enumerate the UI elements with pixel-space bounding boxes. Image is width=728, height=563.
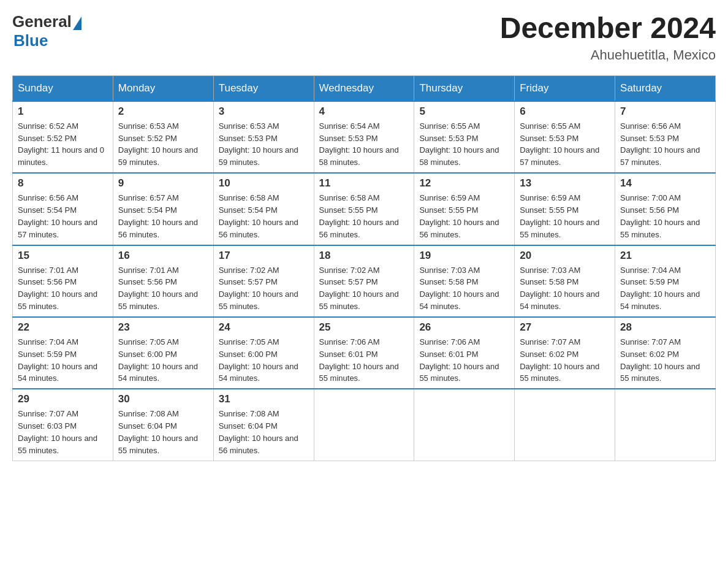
day-info: Sunrise: 7:02 AMSunset: 5:57 PMDaylight:… — [219, 266, 298, 312]
calendar-cell: 4 Sunrise: 6:54 AMSunset: 5:53 PMDayligh… — [314, 101, 414, 173]
day-number: 14 — [620, 177, 710, 190]
day-info: Sunrise: 6:53 AMSunset: 5:53 PMDaylight:… — [219, 121, 298, 167]
day-info: Sunrise: 7:07 AMSunset: 6:02 PMDaylight:… — [620, 337, 700, 383]
title-section: December 2024 Ahuehuetitla, Mexico — [500, 12, 716, 63]
logo: General Blue — [12, 12, 82, 50]
day-number: 3 — [219, 105, 309, 118]
calendar-cell — [314, 389, 414, 461]
calendar-cell: 11 Sunrise: 6:58 AMSunset: 5:55 PMDaylig… — [314, 173, 414, 245]
day-number: 16 — [118, 250, 208, 262]
day-number: 31 — [219, 393, 309, 405]
day-info: Sunrise: 7:06 AMSunset: 6:01 PMDaylight:… — [419, 337, 499, 383]
calendar-cell: 14 Sunrise: 7:00 AMSunset: 5:56 PMDaylig… — [615, 173, 716, 245]
calendar-cell: 8 Sunrise: 6:56 AMSunset: 5:54 PMDayligh… — [13, 173, 113, 245]
calendar-cell: 24 Sunrise: 7:05 AMSunset: 6:00 PMDaylig… — [213, 317, 314, 389]
day-info: Sunrise: 7:01 AMSunset: 5:56 PMDaylight:… — [18, 266, 97, 312]
calendar-cell: 31 Sunrise: 7:08 AMSunset: 6:04 PMDaylig… — [213, 389, 314, 461]
calendar-cell: 15 Sunrise: 7:01 AMSunset: 5:56 PMDaylig… — [13, 245, 113, 317]
month-title: December 2024 — [500, 12, 716, 45]
day-info: Sunrise: 7:04 AMSunset: 5:59 PMDaylight:… — [18, 337, 97, 383]
day-info: Sunrise: 7:06 AMSunset: 6:01 PMDaylight:… — [319, 337, 399, 383]
calendar-header-thursday: Thursday — [414, 75, 515, 101]
calendar-cell: 26 Sunrise: 7:06 AMSunset: 6:01 PMDaylig… — [414, 317, 515, 389]
day-number: 26 — [419, 321, 509, 334]
calendar-cell — [414, 389, 515, 461]
day-number: 17 — [219, 250, 309, 262]
day-info: Sunrise: 6:58 AMSunset: 5:54 PMDaylight:… — [219, 193, 298, 239]
day-info: Sunrise: 7:08 AMSunset: 6:04 PMDaylight:… — [219, 409, 298, 455]
day-number: 4 — [319, 105, 409, 118]
calendar-header-friday: Friday — [515, 75, 615, 101]
calendar-cell: 13 Sunrise: 6:59 AMSunset: 5:55 PMDaylig… — [515, 173, 615, 245]
day-number: 11 — [319, 177, 409, 190]
logo-content: General Blue — [12, 12, 82, 50]
day-info: Sunrise: 7:08 AMSunset: 6:04 PMDaylight:… — [118, 409, 198, 455]
location: Ahuehuetitla, Mexico — [500, 47, 716, 63]
day-number: 29 — [18, 393, 108, 405]
day-info: Sunrise: 7:03 AMSunset: 5:58 PMDaylight:… — [520, 266, 599, 312]
calendar-cell: 12 Sunrise: 6:59 AMSunset: 5:55 PMDaylig… — [414, 173, 515, 245]
logo-general: General — [12, 12, 72, 31]
day-info: Sunrise: 7:02 AMSunset: 5:57 PMDaylight:… — [319, 266, 399, 312]
day-number: 2 — [118, 105, 208, 118]
day-info: Sunrise: 7:00 AMSunset: 5:56 PMDaylight:… — [620, 193, 700, 239]
day-number: 24 — [219, 321, 309, 334]
logo-triangle-icon — [73, 17, 82, 30]
calendar-table: SundayMondayTuesdayWednesdayThursdayFrid… — [12, 75, 716, 461]
day-info: Sunrise: 7:03 AMSunset: 5:58 PMDaylight:… — [419, 266, 499, 312]
day-number: 1 — [18, 105, 108, 118]
calendar-cell: 6 Sunrise: 6:55 AMSunset: 5:53 PMDayligh… — [515, 101, 615, 173]
day-info: Sunrise: 6:55 AMSunset: 5:53 PMDaylight:… — [520, 121, 599, 167]
day-number: 23 — [118, 321, 208, 334]
day-number: 6 — [520, 105, 610, 118]
page-header: General Blue December 2024 Ahuehuetitla,… — [12, 12, 716, 63]
calendar-cell: 9 Sunrise: 6:57 AMSunset: 5:54 PMDayligh… — [113, 173, 213, 245]
calendar-cell: 5 Sunrise: 6:55 AMSunset: 5:53 PMDayligh… — [414, 101, 515, 173]
calendar-cell: 1 Sunrise: 6:52 AMSunset: 5:52 PMDayligh… — [13, 101, 113, 173]
day-info: Sunrise: 6:55 AMSunset: 5:53 PMDaylight:… — [419, 121, 499, 167]
calendar-cell: 27 Sunrise: 7:07 AMSunset: 6:02 PMDaylig… — [515, 317, 615, 389]
day-info: Sunrise: 6:58 AMSunset: 5:55 PMDaylight:… — [319, 193, 399, 239]
day-number: 25 — [319, 321, 409, 334]
day-number: 30 — [118, 393, 208, 405]
day-number: 15 — [18, 250, 108, 262]
day-info: Sunrise: 7:07 AMSunset: 6:02 PMDaylight:… — [520, 337, 599, 383]
day-number: 8 — [18, 177, 108, 190]
day-info: Sunrise: 7:05 AMSunset: 6:00 PMDaylight:… — [118, 337, 198, 383]
calendar-header-tuesday: Tuesday — [213, 75, 314, 101]
day-info: Sunrise: 6:57 AMSunset: 5:54 PMDaylight:… — [118, 193, 198, 239]
calendar-header-saturday: Saturday — [615, 75, 716, 101]
calendar-cell: 23 Sunrise: 7:05 AMSunset: 6:00 PMDaylig… — [113, 317, 213, 389]
calendar-header-wednesday: Wednesday — [314, 75, 414, 101]
calendar-cell: 10 Sunrise: 6:58 AMSunset: 5:54 PMDaylig… — [213, 173, 314, 245]
day-info: Sunrise: 6:59 AMSunset: 5:55 PMDaylight:… — [419, 193, 499, 239]
calendar-cell: 29 Sunrise: 7:07 AMSunset: 6:03 PMDaylig… — [13, 389, 113, 461]
day-info: Sunrise: 6:59 AMSunset: 5:55 PMDaylight:… — [520, 193, 599, 239]
day-number: 20 — [520, 250, 610, 262]
calendar-cell: 28 Sunrise: 7:07 AMSunset: 6:02 PMDaylig… — [615, 317, 716, 389]
calendar-cell: 30 Sunrise: 7:08 AMSunset: 6:04 PMDaylig… — [113, 389, 213, 461]
calendar-cell — [615, 389, 716, 461]
calendar-cell: 25 Sunrise: 7:06 AMSunset: 6:01 PMDaylig… — [314, 317, 414, 389]
day-info: Sunrise: 7:04 AMSunset: 5:59 PMDaylight:… — [620, 266, 700, 312]
day-info: Sunrise: 7:05 AMSunset: 6:00 PMDaylight:… — [219, 337, 298, 383]
logo-blue: Blue — [13, 31, 48, 50]
calendar-cell: 16 Sunrise: 7:01 AMSunset: 5:56 PMDaylig… — [113, 245, 213, 317]
day-number: 19 — [419, 250, 509, 262]
calendar-cell — [515, 389, 615, 461]
calendar-cell: 20 Sunrise: 7:03 AMSunset: 5:58 PMDaylig… — [515, 245, 615, 317]
day-number: 12 — [419, 177, 509, 190]
day-number: 7 — [620, 105, 710, 118]
calendar-cell: 7 Sunrise: 6:56 AMSunset: 5:53 PMDayligh… — [615, 101, 716, 173]
calendar-cell: 21 Sunrise: 7:04 AMSunset: 5:59 PMDaylig… — [615, 245, 716, 317]
day-number: 9 — [118, 177, 208, 190]
calendar-cell: 3 Sunrise: 6:53 AMSunset: 5:53 PMDayligh… — [213, 101, 314, 173]
day-info: Sunrise: 6:53 AMSunset: 5:52 PMDaylight:… — [118, 121, 198, 167]
calendar-header-monday: Monday — [113, 75, 213, 101]
day-number: 10 — [219, 177, 309, 190]
day-number: 28 — [620, 321, 710, 334]
calendar-cell: 18 Sunrise: 7:02 AMSunset: 5:57 PMDaylig… — [314, 245, 414, 317]
day-number: 5 — [419, 105, 509, 118]
calendar-cell: 2 Sunrise: 6:53 AMSunset: 5:52 PMDayligh… — [113, 101, 213, 173]
day-info: Sunrise: 6:56 AMSunset: 5:53 PMDaylight:… — [620, 121, 700, 167]
